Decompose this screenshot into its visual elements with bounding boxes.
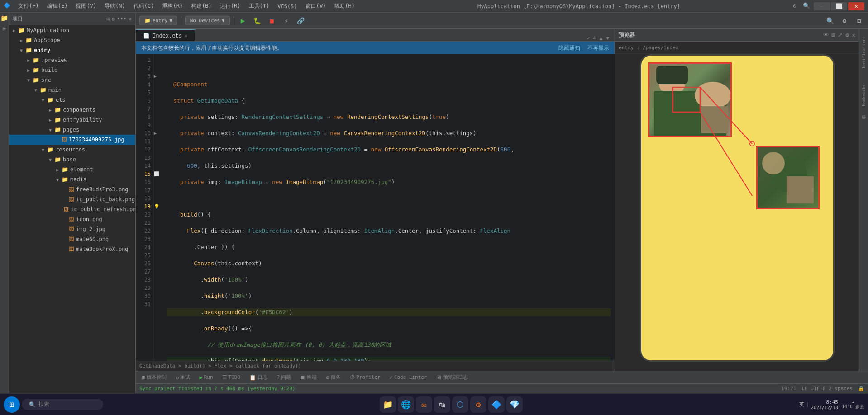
toolbar-sep-1	[181, 16, 181, 25]
settings-icon[interactable]: ⚙	[790, 2, 799, 10]
menu-item-code[interactable]: 代码(C)	[130, 1, 158, 11]
tree-item-ic-back[interactable]: 🖼 ic_public_back.png	[9, 194, 135, 204]
run-button[interactable]: ▶	[238, 15, 248, 26]
btn-run[interactable]: ▶ Run	[196, 373, 215, 382]
minimize-button[interactable]: —	[814, 2, 830, 10]
taskbar-lang[interactable]: 英	[799, 401, 804, 408]
tree-item-matebook[interactable]: 🖼 mateBookProX.png	[9, 244, 135, 254]
tree-item-src[interactable]: ▼ 📁 src	[9, 75, 135, 85]
toolbar-settings-icon[interactable]: ⚙	[839, 15, 850, 26]
dont-show-link[interactable]: 不再显示	[587, 44, 609, 52]
profile-button[interactable]: ⚡	[281, 15, 292, 26]
preview-expand-icon[interactable]: ⤢	[838, 32, 843, 38]
menu-item-refactor[interactable]: 重构(R)	[158, 1, 186, 11]
line-icons: ▶ ▶ ⬜ 💡	[154, 54, 163, 361]
code-content[interactable]: @Component struct GetImageData { private…	[163, 54, 615, 361]
menu-item-build[interactable]: 构建(B)	[187, 1, 215, 11]
menu-item-view[interactable]: 视图(V)	[72, 1, 100, 11]
toolbar-search-icon[interactable]: 🔍	[825, 15, 835, 26]
sidebar-icon-gear[interactable]: ⚙	[112, 16, 115, 22]
editor-preview-container: 📁 entry ▼ No Devices ▼ ▶ 🐛 ■ ⚡ 🔗 🔍 ⚙ ⊞	[136, 13, 868, 393]
btn-problems[interactable]: ? 问题	[274, 373, 294, 382]
taskbar-mail[interactable]: ✉	[416, 396, 432, 413]
btn-preview-log[interactable]: 🖥 预览器日志	[434, 373, 471, 382]
tree-item-entryability[interactable]: ▶ 📁 entryability	[9, 115, 135, 125]
hide-notification-link[interactable]: 隐藏通知	[558, 44, 580, 52]
sys-tray[interactable]: 8:45 2023/12/13	[811, 399, 838, 410]
tree-item-img-file[interactable]: 🖼 1702344909275.jpg	[9, 135, 135, 145]
maximize-button[interactable]: ⬜	[831, 2, 847, 10]
preview-close-icon[interactable]: ✕	[852, 32, 855, 38]
tree-item-pages[interactable]: ▼ 📁 pages	[9, 125, 135, 135]
tree-item-base[interactable]: ▼ 📁 base	[9, 155, 135, 165]
preview-settings-icon[interactable]: ⚙	[845, 32, 849, 38]
taskbar-search[interactable]: 🔍 搜索	[22, 399, 103, 410]
tree-item-ets[interactable]: ▼ 📁 ets	[9, 95, 135, 105]
btn-code-linter[interactable]: ✓ Code Linter	[387, 373, 430, 382]
taskbar-harmonyide[interactable]: 🔷	[488, 396, 505, 413]
structure-icon[interactable]: ≡	[3, 25, 6, 32]
tree-item-main[interactable]: ▼ 📁 main	[9, 85, 135, 95]
taskbar-vscode[interactable]: ⬡	[452, 396, 468, 413]
btn-profiler[interactable]: ⏱ Profiler	[347, 373, 383, 382]
start-button[interactable]: ⊞	[4, 396, 20, 413]
tree-item-preview[interactable]: ▶ 📁 .preview	[9, 55, 135, 65]
btn-retry[interactable]: ↻ 重试	[173, 373, 193, 382]
sidebar-icon-more[interactable]: •••	[117, 16, 127, 22]
devices-dropdown[interactable]: No Devices ▼	[185, 16, 230, 25]
attach-button[interactable]: 🔗	[296, 15, 306, 26]
menu-item-window[interactable]: 窗口(W)	[302, 1, 330, 11]
tree-item-mate60[interactable]: 🖼 mate60.png	[9, 234, 135, 244]
btn-service[interactable]: ⚙ 服务	[323, 373, 343, 382]
btn-version-control[interactable]: ⊞ 版本控制	[139, 373, 169, 382]
editor-tabs: 📄 Index.ets ✕ ✓ 4 ▲ ▼	[136, 29, 615, 42]
close-button[interactable]: ✕	[848, 2, 864, 10]
taskbar-edge[interactable]: 🌐	[398, 396, 414, 413]
taskbar-msstore[interactable]: 🛍	[434, 396, 450, 413]
tree-item-build[interactable]: ▶ 📁 build	[9, 65, 135, 75]
taskbar-appicon2[interactable]: 💎	[506, 396, 523, 413]
menu-item-nav[interactable]: 导航(N)	[101, 1, 129, 11]
tree-item-resources[interactable]: ▼ 📁 resources	[9, 145, 135, 155]
plugins-label[interactable]: 插件	[860, 119, 868, 126]
tree-item-ic-refresh[interactable]: 🖼 ic_public_refresh.png	[9, 204, 135, 214]
notifications-label[interactable]: Notifications	[861, 33, 867, 71]
tree-item-components[interactable]: ▶ 📁 components	[9, 105, 135, 115]
btn-todo[interactable]: ☰ TODO	[219, 373, 243, 382]
menu-item-vcs[interactable]: VCS(S)	[274, 2, 300, 10]
search-everywhere-icon[interactable]: 🔍	[800, 2, 813, 10]
menu-item-edit[interactable]: 编辑(E)	[43, 1, 72, 11]
main-content: 📄 Index.ets ✕ ✓ 4 ▲ ▼ 本文档包含较长的行	[136, 29, 868, 371]
tree-item-img2[interactable]: 🖼 img_2.jpg	[9, 224, 135, 234]
menu-item-run[interactable]: 运行(R)	[216, 1, 244, 11]
btn-log[interactable]: 📋 日志	[247, 373, 270, 382]
project-dropdown[interactable]: 📁 entry ▼	[139, 16, 177, 25]
tree-item-appscope[interactable]: ▶ 📁 AppScope	[9, 35, 135, 45]
menu-item-file[interactable]: 文件(F)	[14, 1, 43, 11]
taskbar-devtools[interactable]: ⚙	[470, 396, 486, 413]
status-bar: Sync project finished in 7 s 468 ms (yes…	[136, 383, 868, 393]
preview-layout-icon[interactable]: ⊞	[832, 32, 835, 38]
code-editor[interactable]: 1234 5678 9101112 13141516 17181920 2122…	[136, 54, 615, 361]
tab-index-ets[interactable]: 📄 Index.ets ✕	[136, 29, 195, 41]
preview-eye-icon[interactable]: 👁	[823, 32, 829, 38]
bookmarks-label[interactable]: Bookmarks	[861, 80, 867, 110]
stop-button[interactable]: ■	[267, 15, 277, 26]
tree-item-element[interactable]: ▶ 📁 element	[9, 165, 135, 174]
tree-item-entry[interactable]: ▼ 📁 entry	[9, 45, 135, 55]
project-icon[interactable]: 📁	[0, 14, 8, 22]
tree-item-myapp[interactable]: ▶ 📁 MyApplication	[9, 25, 135, 35]
btn-terminal[interactable]: ⏹ 终端	[297, 373, 320, 382]
debug-button[interactable]: 🐛	[252, 15, 263, 26]
tree-item-media[interactable]: ▼ 📁 media	[9, 174, 135, 184]
toolbar-layout-icon[interactable]: ⊞	[854, 15, 864, 26]
sidebar-icon-expand[interactable]: ⊞	[107, 16, 110, 22]
status-lock-icon: 🔒	[858, 386, 864, 391]
taskbar-explorer[interactable]: 📁	[380, 396, 396, 413]
sidebar-icon-close[interactable]: ✕	[129, 16, 132, 22]
menu-item-help[interactable]: 帮助(H)	[330, 1, 358, 11]
tree-item-icon[interactable]: 🖼 icon.png	[9, 214, 135, 224]
svg-point-1	[750, 141, 754, 146]
menu-item-tools[interactable]: 工具(T)	[245, 1, 273, 11]
tree-item-freebuds[interactable]: 🖼 freeBudsPro3.png	[9, 184, 135, 194]
